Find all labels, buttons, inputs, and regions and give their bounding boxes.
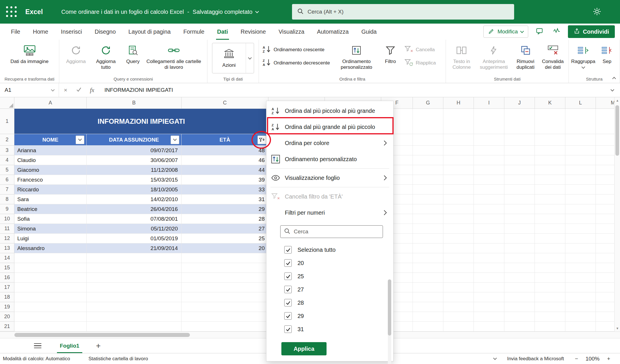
tab-formule[interactable]: Formule xyxy=(177,24,211,40)
cell-L1[interactable] xyxy=(565,109,596,134)
filter-checkbox-28[interactable]: 28 xyxy=(284,296,393,309)
table-header-data-assunzione[interactable]: DATA ASSUNZIONE xyxy=(87,134,182,146)
cell-A19[interactable] xyxy=(14,302,87,312)
cell-H17[interactable] xyxy=(443,283,474,292)
cell-H7[interactable] xyxy=(443,185,474,195)
filter-checkbox-25[interactable]: 25 xyxy=(284,270,393,283)
cell-L19[interactable] xyxy=(565,302,596,312)
cell-J20[interactable] xyxy=(504,312,535,322)
query-button[interactable]: Query xyxy=(121,41,145,64)
workbook-stats-button[interactable]: Statistiche cartella di lavoro xyxy=(88,356,148,362)
cell-C15[interactable] xyxy=(182,263,268,273)
cell-B6[interactable]: 15/03/2015 xyxy=(87,175,182,185)
cell-K13[interactable] xyxy=(535,243,565,253)
vertical-scrollbar[interactable]: ▲ ▼ xyxy=(614,97,620,331)
cell-G12[interactable] xyxy=(413,234,443,243)
cell-I8[interactable] xyxy=(474,195,504,204)
cell-B17[interactable] xyxy=(87,283,182,292)
cell-B19[interactable] xyxy=(87,302,182,312)
ordinamento-personalizzato-button[interactable]: Ordinamento personalizzato xyxy=(335,41,378,70)
zoom-level[interactable]: 100% xyxy=(585,356,600,362)
column-header-G[interactable]: G xyxy=(413,97,443,109)
tab-home[interactable]: Home xyxy=(26,24,54,40)
cell-L18[interactable] xyxy=(565,292,596,302)
cell-I4[interactable] xyxy=(474,155,504,165)
cell-I21[interactable] xyxy=(474,322,504,331)
cell-G13[interactable] xyxy=(413,243,443,253)
cell-C21[interactable] xyxy=(182,322,268,331)
cell-K6[interactable] xyxy=(535,175,565,185)
tab-dati[interactable]: Dati xyxy=(211,24,234,40)
cancel-entry-button[interactable]: × xyxy=(59,83,72,97)
cell-I10[interactable] xyxy=(474,214,504,224)
cell-I3[interactable] xyxy=(474,146,504,155)
row-header-11[interactable]: 11 xyxy=(0,224,14,234)
cell-K7[interactable] xyxy=(535,185,565,195)
cell-K4[interactable] xyxy=(535,155,565,165)
row-header-12[interactable]: 12 xyxy=(0,234,14,243)
filter-menu-item-5[interactable]: Visualizzazione foglio xyxy=(266,170,393,186)
filter-checkbox-31[interactable]: 31 xyxy=(284,323,393,336)
expand-formula-bar-chevron[interactable] xyxy=(611,88,614,92)
cell-L20[interactable] xyxy=(565,312,596,322)
tab-layout-di-pagina[interactable]: Layout di pagina xyxy=(122,24,177,40)
row-header-13[interactable]: 13 xyxy=(0,243,14,253)
cell-I9[interactable] xyxy=(474,204,504,214)
cell-B9[interactable]: 26/04/2016 xyxy=(87,204,182,214)
cell-H12[interactable] xyxy=(443,234,474,243)
cell-I18[interactable] xyxy=(474,292,504,302)
cell-K8[interactable] xyxy=(535,195,565,204)
cell-L7[interactable] xyxy=(565,185,596,195)
cell-B18[interactable] xyxy=(87,292,182,302)
cell-H16[interactable] xyxy=(443,273,474,283)
cell-K11[interactable] xyxy=(535,224,565,234)
cell-L8[interactable] xyxy=(565,195,596,204)
filter-menu-item-1[interactable]: AZOrdina dal più piccolo al più grande xyxy=(266,103,393,119)
cell-H18[interactable] xyxy=(443,292,474,302)
cell-K20[interactable] xyxy=(535,312,565,322)
cell-G14[interactable] xyxy=(413,253,443,263)
cell-J11[interactable] xyxy=(504,224,535,234)
filtro-button[interactable]: Filtro xyxy=(378,41,403,64)
cell-A18[interactable] xyxy=(14,292,87,302)
cell-A12[interactable]: Luigi xyxy=(14,234,87,243)
cell-A13[interactable]: Alessandro xyxy=(14,243,87,253)
row-header-17[interactable]: 17 xyxy=(0,283,14,292)
cell-B15[interactable] xyxy=(87,263,182,273)
row-header-14[interactable]: 14 xyxy=(0,253,14,263)
raggru ppa-button[interactable]: Raggruppa xyxy=(571,41,596,68)
filter-menu-item-3[interactable]: Ordina per colore xyxy=(266,135,393,151)
cell-C9[interactable]: 29 xyxy=(182,204,268,214)
cell-I11[interactable] xyxy=(474,224,504,234)
cell-G2[interactable] xyxy=(413,134,443,146)
filter-checkbox-27[interactable]: 27 xyxy=(284,283,393,296)
cell-L13[interactable] xyxy=(565,243,596,253)
cell-B16[interactable] xyxy=(87,273,182,283)
column-header-K[interactable]: K xyxy=(535,97,565,109)
cell-K10[interactable] xyxy=(535,214,565,224)
cell-G16[interactable] xyxy=(413,273,443,283)
cell-I12[interactable] xyxy=(474,234,504,243)
modifica-mode-button[interactable]: Modifica xyxy=(483,26,528,38)
cell-G17[interactable] xyxy=(413,283,443,292)
activity-button[interactable] xyxy=(551,26,563,38)
filter-menu-item-7[interactable]: Filtri per numeri xyxy=(266,205,393,221)
cell-L15[interactable] xyxy=(565,263,596,273)
cell-G20[interactable] xyxy=(413,312,443,322)
cell-I19[interactable] xyxy=(474,302,504,312)
row-header-8[interactable]: 8 xyxy=(0,195,14,204)
cell-L16[interactable] xyxy=(565,273,596,283)
cell-H15[interactable] xyxy=(443,263,474,273)
global-search-box[interactable] xyxy=(292,4,514,20)
cell-K15[interactable] xyxy=(535,263,565,273)
cell-B12[interactable]: 01/05/2019 xyxy=(87,234,182,243)
cell-C13[interactable]: 20 xyxy=(182,243,268,253)
cell-C19[interactable] xyxy=(182,302,268,312)
cell-L11[interactable] xyxy=(565,224,596,234)
cell-J21[interactable] xyxy=(504,322,535,331)
table-header-nome[interactable]: NOME xyxy=(14,134,87,146)
vertical-scroll-thumb[interactable] xyxy=(615,105,619,156)
cell-A7[interactable]: Riccardo xyxy=(14,185,87,195)
cell-G15[interactable] xyxy=(413,263,443,273)
cell-K9[interactable] xyxy=(535,204,565,214)
